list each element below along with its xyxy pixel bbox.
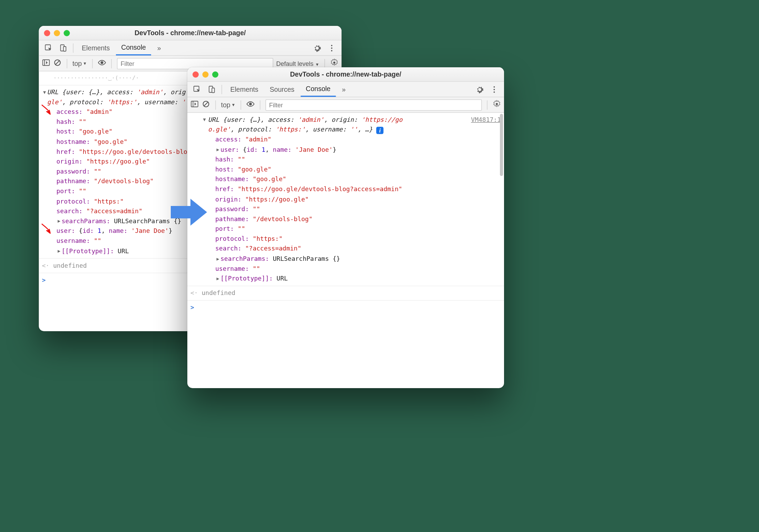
- divider: [73, 43, 74, 52]
- tabs: Elements Sources Console »: [187, 82, 504, 97]
- expand-icon[interactable]: ▼: [42, 87, 47, 107]
- divider: [241, 100, 241, 109]
- svg-line-9: [56, 61, 60, 65]
- svg-point-5: [331, 50, 333, 51]
- expand-icon[interactable]: ▼: [202, 115, 208, 135]
- object-summary: URL {user: {…}, access: 'admin', origin:…: [208, 115, 471, 135]
- levels-label: Default levels: [276, 60, 314, 67]
- eye-icon[interactable]: [246, 100, 255, 110]
- window-title: DevTools - chrome://new-tab-page/: [187, 70, 504, 78]
- window-title: DevTools - chrome://new-tab-page/: [39, 29, 342, 37]
- tab-more[interactable]: »: [337, 82, 351, 97]
- divider: [111, 59, 112, 68]
- object-props: access: "admin" ▶user: {id: 1, name: 'Ja…: [190, 135, 501, 284]
- svg-point-10: [101, 62, 103, 64]
- scroll-thumb[interactable]: [500, 114, 503, 176]
- context-selector[interactable]: top ▼: [72, 60, 87, 68]
- window-controls: [44, 30, 70, 36]
- sidebar-toggle-icon[interactable]: [42, 59, 50, 69]
- divider: [487, 100, 488, 109]
- divider: [260, 100, 260, 109]
- divider: [92, 59, 93, 68]
- tab-sources[interactable]: Sources: [265, 82, 300, 97]
- eye-icon[interactable]: [98, 59, 106, 69]
- titlebar[interactable]: DevTools - chrome://new-tab-page/: [187, 67, 504, 82]
- svg-point-17: [494, 91, 495, 92]
- levels-dropdown[interactable]: Default levels ▼: [276, 60, 319, 67]
- gear-icon[interactable]: [310, 44, 324, 52]
- expand-icon[interactable]: ▶: [57, 247, 62, 255]
- filter-input[interactable]: [266, 99, 482, 110]
- gear-icon[interactable]: [473, 85, 486, 93]
- minimize-icon[interactable]: [54, 30, 60, 36]
- console-output[interactable]: VM4817:1 ▼ URL {user: {…}, access: 'admi…: [187, 113, 504, 388]
- info-badge-icon[interactable]: i: [376, 127, 384, 134]
- gear-icon[interactable]: [330, 59, 338, 69]
- window-controls: [193, 71, 218, 77]
- scrollbar[interactable]: [500, 114, 503, 387]
- expand-icon[interactable]: ▶: [215, 275, 220, 283]
- svg-point-16: [494, 89, 495, 90]
- context-selector[interactable]: top ▼: [221, 101, 236, 109]
- devtools-window-after: DevTools - chrome://new-tab-page/ Elemen…: [187, 67, 504, 388]
- expand-icon[interactable]: ▶: [215, 146, 220, 153]
- divider: [221, 85, 222, 94]
- tab-elements[interactable]: Elements: [77, 40, 115, 56]
- divider: [215, 100, 216, 109]
- expand-icon[interactable]: ▶: [215, 255, 220, 263]
- tab-more[interactable]: »: [152, 40, 166, 56]
- svg-line-21: [204, 102, 208, 106]
- svg-point-22: [249, 103, 252, 105]
- svg-point-4: [331, 47, 333, 49]
- svg-rect-14: [212, 88, 215, 92]
- zoom-icon[interactable]: [64, 30, 70, 36]
- divider: [67, 59, 68, 68]
- console-toolbar: top ▼: [187, 97, 504, 113]
- svg-point-15: [494, 86, 495, 87]
- gear-icon[interactable]: [493, 100, 501, 110]
- kebab-icon[interactable]: [487, 85, 501, 93]
- tab-console[interactable]: Console: [300, 82, 336, 97]
- titlebar[interactable]: DevTools - chrome://new-tab-page/: [39, 26, 342, 40]
- divider: [325, 59, 325, 68]
- svg-point-23: [496, 103, 498, 105]
- context-label: top: [72, 60, 82, 68]
- close-icon[interactable]: [193, 71, 199, 77]
- inspect-icon[interactable]: [42, 44, 56, 52]
- device-icon[interactable]: [205, 85, 218, 93]
- source-link[interactable]: VM4817:1: [471, 115, 501, 125]
- svg-point-3: [331, 45, 333, 46]
- return-row: <· undefined: [187, 286, 504, 300]
- expand-icon[interactable]: ▶: [57, 217, 62, 225]
- svg-point-11: [333, 62, 335, 64]
- log-entry[interactable]: VM4817:1 ▼ URL {user: {…}, access: 'admi…: [187, 113, 504, 286]
- clear-icon[interactable]: [53, 59, 62, 69]
- zoom-icon[interactable]: [212, 71, 218, 77]
- clear-icon[interactable]: [202, 100, 210, 110]
- inspect-icon[interactable]: [190, 85, 204, 93]
- tabs: Elements Console »: [39, 40, 342, 56]
- context-label: top: [221, 101, 230, 109]
- tab-elements[interactable]: Elements: [225, 82, 264, 97]
- sidebar-toggle-icon[interactable]: [190, 100, 199, 110]
- prompt-row[interactable]: >: [187, 301, 504, 315]
- minimize-icon[interactable]: [203, 71, 209, 77]
- tab-console[interactable]: Console: [116, 40, 151, 56]
- svg-rect-2: [63, 46, 66, 51]
- kebab-icon[interactable]: [325, 44, 338, 52]
- close-icon[interactable]: [44, 30, 50, 36]
- device-icon[interactable]: [57, 44, 70, 52]
